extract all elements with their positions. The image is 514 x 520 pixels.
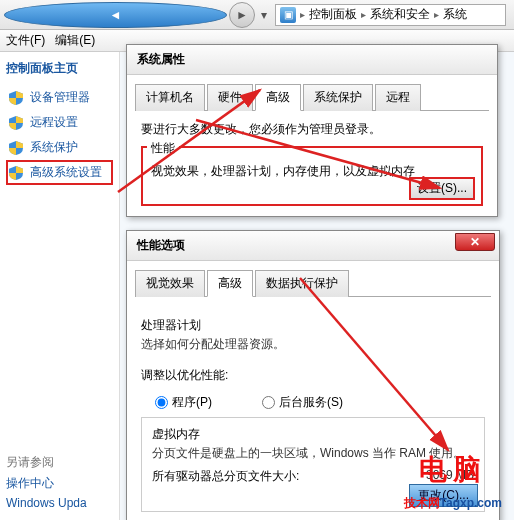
group-legend: 性能 — [147, 140, 179, 157]
radio-background-input[interactable] — [262, 396, 275, 409]
tab-row: 计算机名 硬件 高级 系统保护 远程 — [135, 83, 489, 111]
performance-options-dialog: 性能选项 ✕ 视觉效果 高级 数据执行保护 处理器计划 选择如何分配处理器资源。… — [126, 230, 500, 520]
dialog-title: 性能选项 — [127, 231, 499, 261]
shield-icon — [8, 115, 24, 131]
sidebar-item-advanced[interactable]: 高级系统设置 — [6, 160, 113, 185]
control-panel-icon: ▣ — [280, 7, 296, 23]
sidebar-item-remote[interactable]: 远程设置 — [6, 110, 113, 135]
sidebar-item-label: 远程设置 — [30, 114, 78, 131]
vm-total-label: 所有驱动器总分页文件大小: — [152, 468, 299, 485]
breadcrumb-item[interactable]: 系统 — [443, 6, 467, 23]
sidebar-item-label: 高级系统设置 — [30, 164, 102, 181]
change-button[interactable]: 更改(C)... — [409, 484, 478, 507]
performance-group: 性能 视觉效果，处理器计划，内存使用，以及虚拟内存 设置(S)... — [141, 146, 483, 206]
radio-programs[interactable]: 程序(P) — [155, 394, 212, 411]
shield-icon — [8, 140, 24, 156]
adjust-label: 调整以优化性能: — [141, 367, 485, 384]
tab-visual-effects[interactable]: 视觉效果 — [135, 270, 205, 297]
tab-advanced[interactable]: 高级 — [255, 84, 301, 111]
breadcrumb-item[interactable]: 控制面板 — [309, 6, 357, 23]
forward-button[interactable]: ► — [229, 2, 255, 28]
sidebar: 控制面板主页 设备管理器 远程设置 系统保护 高级系统设置 另请参阅 操作中心 … — [0, 52, 120, 520]
processor-title: 处理器计划 — [141, 317, 485, 334]
tab-computer-name[interactable]: 计算机名 — [135, 84, 205, 111]
radio-programs-input[interactable] — [155, 396, 168, 409]
shield-icon — [8, 165, 24, 181]
see-also-label: 另请参阅 — [6, 454, 116, 471]
sidebar-link-windows-update[interactable]: Windows Upda — [6, 496, 116, 510]
tab-hardware[interactable]: 硬件 — [207, 84, 253, 111]
back-button[interactable]: ◄ — [4, 2, 227, 28]
menu-edit[interactable]: 编辑(E) — [55, 32, 95, 49]
vm-title: 虚拟内存 — [152, 426, 474, 443]
chevron-right-icon: ▸ — [300, 9, 305, 20]
vm-description: 分页文件是硬盘上的一块区域，Windows 当作 RAM 使用。 — [152, 445, 474, 462]
settings-button[interactable]: 设置(S)... — [409, 177, 475, 200]
virtual-memory-group: 虚拟内存 分页文件是硬盘上的一块区域，Windows 当作 RAM 使用。 所有… — [141, 417, 485, 512]
tab-dep[interactable]: 数据执行保护 — [255, 270, 349, 297]
shield-icon — [8, 90, 24, 106]
sidebar-link-action-center[interactable]: 操作中心 — [6, 475, 116, 492]
sidebar-title[interactable]: 控制面板主页 — [6, 60, 113, 77]
history-dropdown[interactable]: ▾ — [257, 2, 271, 28]
sidebar-item-label: 设备管理器 — [30, 89, 90, 106]
tab-protection[interactable]: 系统保护 — [303, 84, 373, 111]
close-button[interactable]: ✕ — [455, 233, 495, 251]
tab-remote[interactable]: 远程 — [375, 84, 421, 111]
tab-row: 视觉效果 高级 数据执行保护 — [135, 269, 491, 297]
system-properties-dialog: 系统属性 计算机名 硬件 高级 系统保护 远程 要进行大多数更改，您必须作为管理… — [126, 44, 498, 217]
chevron-right-icon: ▸ — [434, 9, 439, 20]
sidebar-footer: 另请参阅 操作中心 Windows Upda — [6, 454, 116, 510]
sidebar-item-device-manager[interactable]: 设备管理器 — [6, 85, 113, 110]
radio-background[interactable]: 后台服务(S) — [262, 394, 343, 411]
processor-subtitle: 选择如何分配处理器资源。 — [141, 336, 485, 353]
breadcrumb[interactable]: ▣ ▸ 控制面板 ▸ 系统和安全 ▸ 系统 — [275, 4, 506, 26]
tab-advanced[interactable]: 高级 — [207, 270, 253, 297]
sidebar-item-protection[interactable]: 系统保护 — [6, 135, 113, 160]
sidebar-item-label: 系统保护 — [30, 139, 78, 156]
dialog-title: 系统属性 — [127, 45, 497, 75]
breadcrumb-item[interactable]: 系统和安全 — [370, 6, 430, 23]
admin-notice: 要进行大多数更改，您必须作为管理员登录。 — [141, 121, 483, 138]
chevron-right-icon: ▸ — [361, 9, 366, 20]
vm-total-value: 3069 MB — [426, 468, 474, 485]
explorer-toolbar: ◄ ► ▾ ▣ ▸ 控制面板 ▸ 系统和安全 ▸ 系统 — [0, 0, 514, 30]
menu-file[interactable]: 文件(F) — [6, 32, 45, 49]
main-area: 系统属性 计算机名 硬件 高级 系统保护 远程 要进行大多数更改，您必须作为管理… — [120, 52, 514, 520]
